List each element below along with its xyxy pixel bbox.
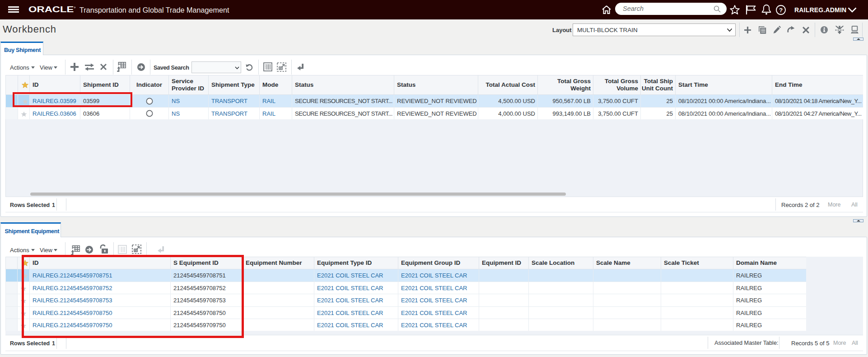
- svg-text:?: ?: [779, 7, 783, 14]
- svg-text:ORACLE: ORACLE: [28, 5, 74, 14]
